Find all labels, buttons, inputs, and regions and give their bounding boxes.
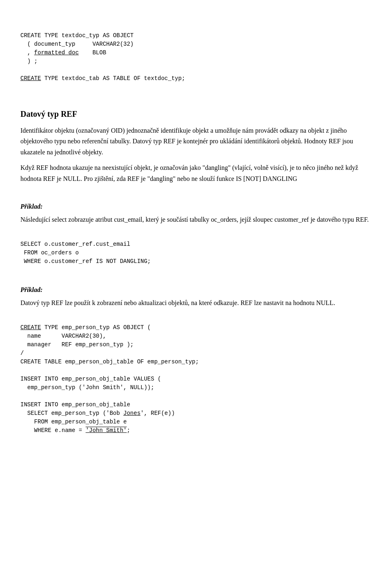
code-line: name VARCHAR2(30),: [20, 333, 106, 339]
code-line: WHERE o.customer_ref IS NOT DANGLING;: [20, 258, 151, 265]
code-line: CREATE TABLE emp_person_obj_table OF emp…: [20, 359, 199, 365]
paragraph-2: Když REF hodnota ukazuje na neexistující…: [20, 163, 372, 184]
code-line: manager REF emp_person_typ );: [20, 341, 134, 348]
section-heading: Datový typ REF: [20, 107, 372, 120]
paragraph-3: Následující select zobrazuje atribut cus…: [20, 214, 372, 225]
code-line: CREATE TYPE textdoc_tab AS TABLE OF text…: [20, 75, 185, 82]
code-line: FROM emp_person_obj_table e: [20, 419, 127, 425]
code-block-1: CREATE TYPE textdoc_typ AS OBJECT ( docu…: [20, 23, 372, 83]
code-line: emp_person_typ ('John Smith', NULL));: [20, 384, 154, 391]
code-line: SELECT o.customer_ref.cust_email: [20, 241, 130, 247]
code-line: FROM oc_orders o: [20, 249, 79, 256]
example-label-2: Příklad:: [20, 285, 372, 295]
paragraph-1: Identifikátor objektu (označovaný OID) j…: [20, 125, 372, 158]
code-line: , formatted doc BLOB: [20, 49, 106, 56]
code-line: INSERT INTO emp_person_obj_table VALUES …: [20, 376, 161, 382]
example-label-1: Příklad:: [20, 201, 372, 212]
code-line: /: [20, 350, 24, 356]
code-line: ( document_typ VARCHAR2(32): [20, 41, 134, 47]
code-line: SELECT emp_person_typ ('Bob Jones', REF(…: [20, 410, 175, 416]
code-line: CREATE TYPE emp_person_typ AS OBJECT (: [20, 324, 151, 331]
paragraph-4: Datový typ REF lze použít k zobrazení ne…: [20, 298, 372, 308]
code-block-2: SELECT o.customer_ref.cust_email FROM oc…: [20, 232, 372, 266]
code-block-3: CREATE TYPE emp_person_typ AS OBJECT ( n…: [20, 315, 372, 435]
code-line: INSERT INTO emp_person_obj_table: [20, 401, 130, 408]
code-line: CREATE TYPE textdoc_typ AS OBJECT: [20, 32, 134, 39]
code-line: WHERE e.name = 'John Smith';: [20, 427, 130, 434]
code-line: ) ;: [20, 58, 38, 65]
